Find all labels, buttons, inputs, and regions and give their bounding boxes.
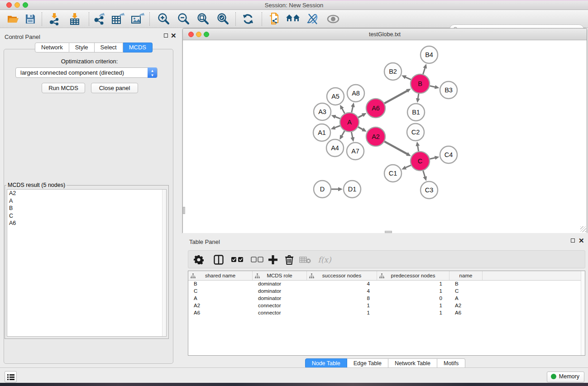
node-A7[interactable]: A7 [347,143,364,160]
tab-select[interactable]: Select [95,43,123,52]
tab-motifs[interactable]: Motifs [437,358,465,368]
zoom-out-icon[interactable] [176,12,191,26]
edge-A-A6[interactable] [358,115,363,118]
cell-mcds_role[interactable]: connector [253,302,307,310]
delete-table-icon[interactable] [298,253,312,267]
cell-name[interactable]: A [449,295,483,302]
mcds-list-scrollbar[interactable] [162,190,166,336]
edge-A-A7[interactable] [351,132,353,138]
function-builder-icon[interactable]: f(x) [314,253,335,267]
network-canvas[interactable]: B4B2BB3B1A5A8A6A3AA1A2A4A7C2C4CC1C3DD1 [183,40,587,233]
cell-shared_name[interactable]: A6 [188,310,253,317]
node-A4[interactable]: A4 [326,139,344,157]
node-A[interactable]: A [340,113,359,132]
edge-A-A5[interactable] [342,108,344,113]
table-float-panel-icon[interactable] [571,238,575,243]
run-mcds-button[interactable]: Run MCDS [42,83,85,93]
column-header-name[interactable]: name [449,271,483,280]
cell-successor[interactable]: 4 [307,288,377,295]
edge-C-C1[interactable] [405,165,411,168]
export-table-icon[interactable] [110,12,126,26]
network-graph[interactable]: B4B2BB3B1A5A8A6A3AA1A2A4A7C2C4CC1C3DD1 [183,40,587,233]
edge-A-A8[interactable] [352,106,353,112]
edge-A-A2[interactable] [358,127,363,130]
edge-B-B4[interactable] [423,68,425,74]
table-close-panel-icon[interactable]: ✕ [578,238,584,243]
node-B1[interactable]: B1 [407,104,425,121]
table-scrollbar[interactable] [581,271,585,355]
cell-mcds_role[interactable]: dominator [253,288,307,295]
optimization-criterion-dropdown[interactable]: largest connected component (directed) ▲… [15,67,158,78]
node-D[interactable]: D [314,181,331,198]
task-history-button[interactable] [5,371,17,382]
edge-C-C4[interactable] [430,158,435,159]
select-all-icon[interactable] [230,253,244,267]
tab-mcds[interactable]: MCDS [123,43,153,52]
network-resize-grip[interactable] [580,226,586,232]
import-network-icon[interactable] [47,12,62,26]
edge-A2-C[interactable] [384,142,407,154]
tab-network[interactable]: Network [35,43,69,52]
gear-icon[interactable] [192,253,206,267]
first-network-icon[interactable] [266,12,282,26]
cell-successor[interactable]: 1 [307,302,377,310]
mcds-result-item[interactable]: A2 [7,190,166,197]
cell-predecessor[interactable]: 1 [377,302,449,310]
cell-name[interactable]: C [449,288,483,295]
import-table-icon[interactable] [67,12,82,26]
cell-shared_name[interactable]: A2 [188,302,253,310]
edge-B-B3[interactable] [430,86,435,87]
edge-B-B2[interactable] [405,77,411,80]
mcds-result-item[interactable]: A6 [7,219,166,227]
node-A5[interactable]: A5 [327,88,344,105]
refresh-icon[interactable] [240,12,256,26]
column-header-predecessor-nodes[interactable]: predecessor nodes [377,271,449,280]
node-B4[interactable]: B4 [421,46,438,63]
column-header-MCDS-role[interactable]: MCDS role [253,271,307,280]
eye-icon[interactable] [325,12,341,26]
cell-predecessor[interactable]: 0 [377,295,449,302]
network-vertical-scrollbar[interactable] [183,207,185,214]
hide-graphics-icon[interactable] [305,12,320,26]
edge-A-A3[interactable] [335,117,340,119]
zoom-selected-icon[interactable] [215,12,230,26]
export-network-icon[interactable] [92,12,107,26]
cell-shared_name[interactable]: A [188,295,253,302]
node-B3[interactable]: B3 [440,81,457,99]
mcds-result-item[interactable]: C [7,212,166,220]
memory-button[interactable]: Memory [547,372,584,382]
zoom-in-icon[interactable] [156,12,171,26]
edge-A6-B[interactable] [384,91,407,103]
cell-shared_name[interactable]: C [188,288,253,295]
close-panel-icon[interactable]: ✕ [171,33,177,38]
node-A6[interactable]: A6 [366,99,385,118]
node-A2[interactable]: A2 [366,127,385,146]
save-icon[interactable] [23,12,38,26]
table-row[interactable]: Bdominator41B [188,281,585,288]
column-header-successor-nodes[interactable]: successor nodes [307,271,377,280]
node-B[interactable]: B [411,74,430,93]
tab-style[interactable]: Style [69,43,95,52]
cell-shared_name[interactable]: B [188,281,253,288]
tab-node-table[interactable]: Node Table [305,358,347,368]
deselect-all-icon[interactable] [250,253,264,267]
cell-successor[interactable]: 1 [307,310,377,317]
cell-successor[interactable]: 4 [307,281,377,288]
column-icon[interactable] [212,253,225,267]
node-C2[interactable]: C2 [407,124,424,141]
table-row[interactable]: Cdominator41C [188,288,585,295]
cell-name[interactable]: A2 [449,302,483,310]
node-C[interactable]: C [411,152,430,171]
mcds-result-item[interactable]: A [7,197,166,205]
node-A1[interactable]: A1 [313,124,330,141]
edge-A-A1[interactable] [335,126,340,128]
tab-edge-table[interactable]: Edge Table [347,358,388,368]
column-header-shared-name[interactable]: shared name [188,271,253,280]
table-row[interactable]: A2connector11A2 [188,302,585,310]
cell-name[interactable]: B [449,281,483,288]
node-A3[interactable]: A3 [314,103,331,120]
cell-predecessor[interactable]: 1 [377,281,449,288]
edge-A-A4[interactable] [342,131,345,136]
node-C1[interactable]: C1 [384,165,402,182]
cell-predecessor[interactable]: 1 [377,310,449,317]
